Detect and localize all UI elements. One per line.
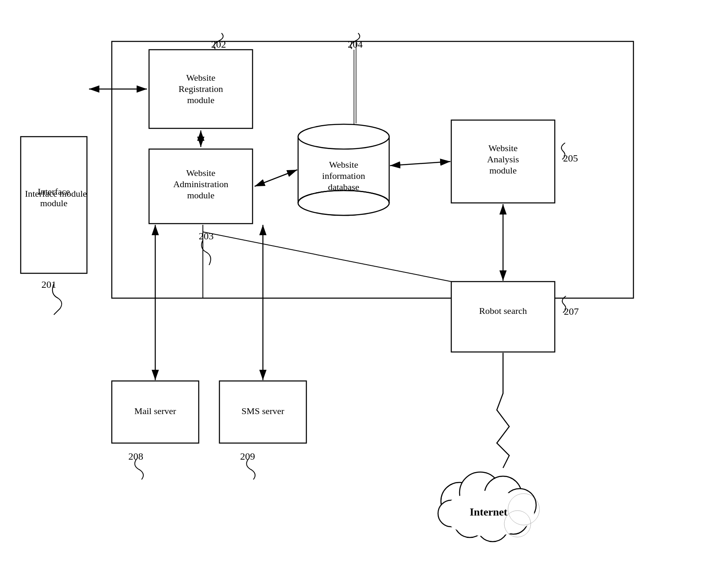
svg-rect-31 <box>451 282 555 352</box>
svg-text:information: information <box>322 171 365 181</box>
svg-text:Registration: Registration <box>178 84 223 94</box>
svg-line-45 <box>390 161 450 166</box>
svg-text:Analysis: Analysis <box>487 154 519 164</box>
svg-line-44 <box>255 170 297 186</box>
svg-text:module: module <box>187 95 214 105</box>
svg-text:Website: Website <box>186 168 215 178</box>
svg-text:module: module <box>489 165 517 176</box>
svg-point-16 <box>298 124 389 149</box>
svg-text:Administration: Administration <box>173 179 228 189</box>
svg-text:Robot search: Robot search <box>479 306 527 316</box>
interface-module-label: Interface module <box>23 188 89 199</box>
svg-text:module: module <box>187 190 214 200</box>
svg-text:202: 202 <box>211 39 226 50</box>
svg-text:Mail server: Mail server <box>135 406 176 416</box>
svg-text:Website: Website <box>329 159 358 170</box>
svg-text:Internet: Internet <box>470 506 508 518</box>
svg-text:database: database <box>328 182 359 192</box>
svg-text:Website: Website <box>186 72 215 83</box>
svg-text:SMS server: SMS server <box>241 406 284 416</box>
svg-line-49 <box>203 232 451 282</box>
svg-rect-18 <box>298 203 389 215</box>
svg-text:module: module <box>40 198 67 208</box>
svg-text:204: 204 <box>348 39 363 50</box>
svg-text:Website: Website <box>489 143 518 153</box>
svg-text:201: 201 <box>41 279 56 290</box>
